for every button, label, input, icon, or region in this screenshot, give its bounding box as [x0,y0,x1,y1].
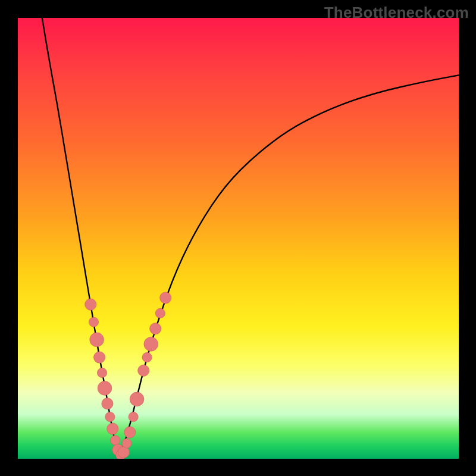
scatter-dot [85,299,96,310]
scatter-dot [89,317,98,327]
scatter-dot [155,308,165,318]
scatter-dot [130,392,144,406]
outer-frame: TheBottleneck.com [0,0,476,476]
curve-right-branch [119,75,459,456]
scatter-dot [144,337,158,351]
scatter-dot [93,352,105,363]
scatter-dot [160,292,171,303]
scatter-dot [138,365,149,376]
scatter-dot [98,381,112,396]
watermark-text: TheBottleneck.com [324,4,469,22]
scatter-dot [90,333,104,347]
scatter-dot [105,412,115,421]
scatter-dot [129,412,138,421]
plot-area [18,18,459,459]
scatter-dot [150,323,161,334]
scatter-dot [124,427,136,438]
scatter-dot [142,352,152,362]
scatter-dot [102,398,113,409]
scatter-dot [97,368,107,377]
chart-svg [18,18,459,459]
scatter-dot [122,439,131,448]
scatter-layer [85,292,171,459]
scatter-dot [107,423,118,434]
scatter-dot [111,436,120,445]
